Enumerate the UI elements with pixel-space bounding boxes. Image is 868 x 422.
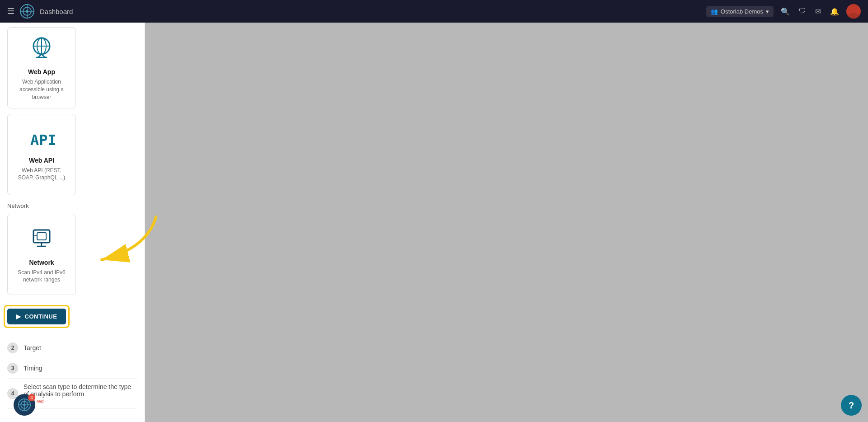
left-panel: Web App Web Application accessible using…: [0, 23, 145, 422]
web-app-desc: Web Application accessible using a brows…: [13, 78, 70, 101]
web-api-desc: Web API (REST, SOAP, GraphQL ...): [13, 167, 70, 182]
top-nav: ☰ Dashboard 👥 Ostorlab Demos ▾ 🔍 🛡 ✉ 🔔: [0, 0, 868, 23]
notification-badge: 4: [28, 394, 35, 401]
web-api-icon: API: [28, 128, 55, 152]
step-label-timing: Timing: [24, 365, 42, 372]
step-item-timing[interactable]: 3 Timing: [7, 358, 137, 379]
continue-label: CONTINUE: [25, 313, 57, 320]
network-title: Network: [29, 259, 54, 266]
svg-point-6: [848, 13, 859, 19]
svg-rect-16: [37, 233, 46, 240]
network-section-label: Network: [7, 202, 137, 209]
org-selector[interactable]: 👥 Ostorlab Demos ▾: [706, 6, 774, 17]
help-icon: ?: [849, 400, 854, 411]
web-api-title: Web API: [29, 157, 54, 164]
svg-rect-15: [33, 230, 50, 243]
chevron-down-icon: ▾: [766, 8, 769, 15]
step-number-2: 2: [7, 342, 18, 353]
menu-icon[interactable]: ☰: [7, 6, 14, 16]
nav-logo: [20, 4, 34, 19]
svg-point-5: [850, 6, 857, 13]
step-label-scantype: Select scan type to determine the type o…: [24, 383, 137, 398]
message-icon[interactable]: ✉: [813, 5, 823, 18]
web-app-card[interactable]: Web App Web Application accessible using…: [7, 27, 76, 108]
bottom-badge[interactable]: 4: [14, 394, 35, 416]
continue-icon: ▶: [16, 313, 21, 320]
step-required-label: Required: [24, 399, 137, 404]
search-icon[interactable]: 🔍: [779, 5, 792, 18]
shield-icon[interactable]: 🛡: [797, 5, 808, 17]
web-app-title: Web App: [28, 68, 55, 75]
web-card-grid: Web App Web Application accessible using…: [7, 27, 137, 195]
avatar[interactable]: [846, 4, 861, 19]
web-app-icon: [28, 35, 55, 64]
continue-button[interactable]: ▶ CONTINUE: [7, 309, 66, 324]
nav-right: 👥 Ostorlab Demos ▾ 🔍 🛡 ✉ 🔔: [706, 4, 861, 19]
org-name: Ostorlab Demos: [721, 8, 763, 15]
network-desc: Scan IPv4 and IPv6 network ranges: [13, 269, 70, 284]
network-card[interactable]: Network Scan IPv4 and IPv6 network range…: [7, 214, 76, 295]
step-number-3: 3: [7, 363, 18, 374]
network-card-grid: Network Scan IPv4 and IPv6 network range…: [7, 214, 137, 295]
continue-btn-wrapper: ▶ CONTINUE: [7, 309, 66, 324]
org-icon: 👥: [711, 8, 718, 15]
network-icon: [28, 225, 55, 254]
svg-text:API: API: [30, 131, 55, 149]
help-button[interactable]: ?: [841, 395, 862, 416]
main-content: Web App Web Application accessible using…: [0, 23, 868, 422]
step-item-target[interactable]: 2 Target: [7, 338, 137, 358]
web-api-card[interactable]: API Web API Web API (REST, SOAP, GraphQL…: [7, 114, 76, 195]
nav-title: Dashboard: [40, 8, 73, 15]
bell-icon[interactable]: 🔔: [828, 5, 841, 18]
step-label-target: Target: [24, 344, 41, 352]
